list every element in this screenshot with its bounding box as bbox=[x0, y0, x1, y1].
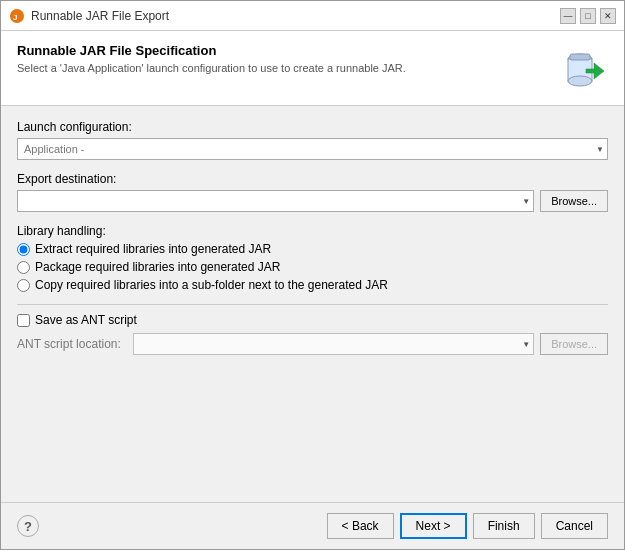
browse-button[interactable]: Browse... bbox=[540, 190, 608, 212]
radio-copy[interactable]: Copy required libraries into a sub-folde… bbox=[17, 278, 608, 292]
footer-left: ? bbox=[17, 515, 39, 537]
app-icon: J bbox=[9, 8, 25, 24]
svg-text:J: J bbox=[13, 13, 17, 22]
ant-location-row: ANT script location: ▼ Browse... bbox=[17, 333, 608, 355]
header-section: Runnable JAR File Specification Select a… bbox=[1, 31, 624, 106]
ant-script-group: Save as ANT script ANT script location: … bbox=[17, 313, 608, 355]
footer: ? < Back Next > Finish Cancel bbox=[1, 502, 624, 549]
library-handling-group: Library handling: Extract required libra… bbox=[17, 224, 608, 292]
radio-extract-input[interactable] bbox=[17, 243, 30, 256]
library-handling-label: Library handling: bbox=[17, 224, 608, 238]
launch-config-combo-wrapper: Application - ▼ bbox=[17, 138, 608, 160]
window: J Runnable JAR File Export — □ ✕ Runnabl… bbox=[0, 0, 625, 550]
window-title: Runnable JAR File Export bbox=[31, 9, 169, 23]
radio-package[interactable]: Package required libraries into generate… bbox=[17, 260, 608, 274]
minimize-button[interactable]: — bbox=[560, 8, 576, 24]
ant-location-combo-wrapper: ▼ bbox=[133, 333, 534, 355]
help-button[interactable]: ? bbox=[17, 515, 39, 537]
launch-config-label: Launch configuration: bbox=[17, 120, 608, 134]
radio-package-input[interactable] bbox=[17, 261, 30, 274]
jar-export-icon bbox=[558, 43, 608, 93]
finish-button[interactable]: Finish bbox=[473, 513, 535, 539]
launch-config-select[interactable]: Application - bbox=[17, 138, 608, 160]
header-subtitle: Select a 'Java Application' launch confi… bbox=[17, 62, 558, 74]
ant-script-checkbox-label[interactable]: Save as ANT script bbox=[35, 313, 137, 327]
ant-location-label: ANT script location: bbox=[17, 337, 127, 351]
svg-point-4 bbox=[568, 76, 592, 86]
radio-extract-label: Extract required libraries into generate… bbox=[35, 242, 271, 256]
ant-location-select[interactable] bbox=[133, 333, 534, 355]
cancel-button[interactable]: Cancel bbox=[541, 513, 608, 539]
export-destination-select[interactable] bbox=[17, 190, 534, 212]
title-bar-controls: — □ ✕ bbox=[560, 8, 616, 24]
header-title: Runnable JAR File Specification bbox=[17, 43, 558, 58]
divider bbox=[17, 304, 608, 305]
title-bar-left: J Runnable JAR File Export bbox=[9, 8, 169, 24]
export-destination-group: Export destination: ▼ Browse... bbox=[17, 172, 608, 212]
radio-copy-label: Copy required libraries into a sub-folde… bbox=[35, 278, 388, 292]
library-handling-radio-group: Extract required libraries into generate… bbox=[17, 242, 608, 292]
next-button[interactable]: Next > bbox=[400, 513, 467, 539]
radio-package-label: Package required libraries into generate… bbox=[35, 260, 280, 274]
export-destination-row: ▼ Browse... bbox=[17, 190, 608, 212]
jar-icon-container bbox=[558, 43, 608, 93]
radio-copy-input[interactable] bbox=[17, 279, 30, 292]
title-bar: J Runnable JAR File Export — □ ✕ bbox=[1, 1, 624, 31]
export-destination-label: Export destination: bbox=[17, 172, 608, 186]
header-text: Runnable JAR File Specification Select a… bbox=[17, 43, 558, 74]
ant-checkbox-row: Save as ANT script bbox=[17, 313, 608, 327]
ant-script-checkbox[interactable] bbox=[17, 314, 30, 327]
form-section: Launch configuration: Application - ▼ Ex… bbox=[1, 106, 624, 502]
back-button[interactable]: < Back bbox=[327, 513, 394, 539]
radio-extract[interactable]: Extract required libraries into generate… bbox=[17, 242, 608, 256]
close-button[interactable]: ✕ bbox=[600, 8, 616, 24]
maximize-button[interactable]: □ bbox=[580, 8, 596, 24]
footer-right: < Back Next > Finish Cancel bbox=[327, 513, 608, 539]
browse-ant-button[interactable]: Browse... bbox=[540, 333, 608, 355]
launch-config-group: Launch configuration: Application - ▼ bbox=[17, 120, 608, 160]
export-destination-combo-wrapper: ▼ bbox=[17, 190, 534, 212]
svg-rect-5 bbox=[570, 54, 590, 60]
